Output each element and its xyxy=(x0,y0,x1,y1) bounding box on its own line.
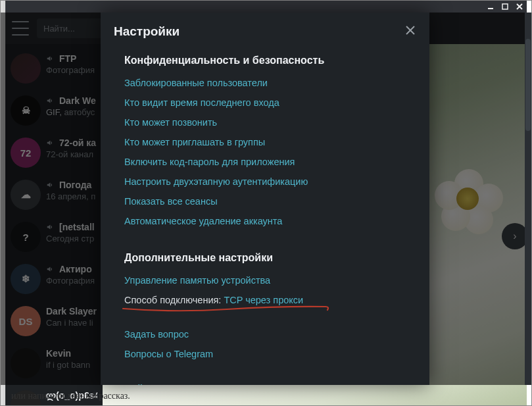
settings-link[interactable]: Кто может позвонить xyxy=(124,113,416,132)
megaphone-icon xyxy=(46,96,55,105)
connection-type-row: Способ подключения: TCP через прокси xyxy=(124,290,416,310)
scroll-down-button[interactable]: › xyxy=(502,223,527,249)
chat-preview: Сегодня стр xyxy=(46,234,97,243)
settings-link[interactable]: Управление памятью устройства xyxy=(124,270,416,290)
chevron-right-icon: › xyxy=(513,230,516,242)
settings-link[interactable]: Задать вопрос xyxy=(124,324,416,344)
chat-name: [netstall xyxy=(46,222,97,232)
megaphone-icon xyxy=(46,138,55,147)
page-footer-text: или написали данный рассказ. xyxy=(11,391,130,401)
settings-link[interactable]: Настроить двухэтапную аутентификацию xyxy=(124,172,416,191)
spacer xyxy=(124,231,416,245)
window-titlebar xyxy=(5,1,527,13)
chat-preview: Фотография xyxy=(46,65,97,75)
settings-link[interactable]: Заблокированные пользователи xyxy=(124,73,416,93)
chat-preview: if i got bann xyxy=(46,360,97,370)
chat-list-item[interactable]: ?[netstallСегодня стр xyxy=(5,216,103,259)
settings-title: Настройки xyxy=(114,24,180,39)
chat-preview: 16 апреля, п xyxy=(46,191,97,201)
chat-list-item[interactable]: 7272-ой ка72-ой канал xyxy=(5,132,103,174)
settings-link[interactable]: Кто видит время последнего входа xyxy=(124,93,416,113)
megaphone-icon xyxy=(46,265,55,274)
chat-preview: 72-ой канал xyxy=(46,149,97,159)
window-close-button[interactable] xyxy=(515,2,524,11)
settings-section-advanced: Дополнительные настройки xyxy=(124,252,416,264)
settings-link[interactable]: Показать все сеансы xyxy=(124,191,416,211)
chat-avatar: DS xyxy=(11,306,41,336)
hamburger-menu-button[interactable] xyxy=(12,21,29,36)
window-maximize-button[interactable] xyxy=(500,2,510,11)
app-frame: Найти... FTPФотография☠Dark WeGIF, автоб… xyxy=(0,0,532,406)
chat-name: Актиро xyxy=(46,264,97,274)
chat-preview: Фотография xyxy=(46,276,97,286)
chat-avatar: ☠ xyxy=(11,95,41,126)
chat-preview: GIF, автобус xyxy=(46,107,97,117)
chat-list-item[interactable]: DSDark SlayerCan i have li xyxy=(5,301,103,343)
chat-avatar: ☁ xyxy=(11,180,41,210)
left-scrollbar[interactable] xyxy=(1,1,5,405)
chat-avatar: 72 xyxy=(11,138,41,168)
chat-list-item[interactable]: FTPФотография xyxy=(5,48,103,90)
chat-list-item[interactable]: ☠Dark WeGIF, автобус xyxy=(5,90,103,132)
settings-scrollbar[interactable] xyxy=(525,13,531,385)
settings-logout-link[interactable]: Выйти xyxy=(124,378,416,385)
chat-name: FTP xyxy=(46,53,97,64)
megaphone-icon xyxy=(46,180,55,190)
megaphone-icon xyxy=(46,54,55,63)
settings-panel: Настройки Конфиденциальность и безопасно… xyxy=(101,13,429,385)
chat-preview: Can i have li xyxy=(46,318,97,328)
settings-link[interactable]: Автоматическое удаление аккаунта xyxy=(124,211,416,231)
chat-name: Dark We xyxy=(46,95,97,106)
chat-name: Погода xyxy=(46,180,97,190)
chat-list-item[interactable]: ☁Погода16 апреля, п xyxy=(5,174,103,216)
settings-link[interactable]: Кто может приглашать в группы xyxy=(124,132,416,152)
connection-label: Способ подключения: xyxy=(124,295,224,305)
chat-name: 72-ой ка xyxy=(46,138,97,148)
chat-list-item[interactable]: ❄АктироФотография xyxy=(5,259,103,301)
chat-name: Kevin xyxy=(46,348,97,359)
chat-avatar: ❄ xyxy=(11,264,41,294)
scrollbar-thumb[interactable] xyxy=(525,39,531,131)
settings-section-privacy: Конфиденциальность и безопасность xyxy=(124,55,416,66)
spacer xyxy=(124,310,416,324)
chat-list-item[interactable]: Kevinif i got bann xyxy=(5,343,103,385)
settings-link[interactable]: Вопросы о Telegram xyxy=(124,344,416,364)
svg-rect-1 xyxy=(502,4,508,9)
spacer xyxy=(124,364,416,378)
chat-sidebar: FTPФотография☠Dark WeGIF, автобус7272-ой… xyxy=(5,44,103,405)
chat-avatar xyxy=(11,53,41,84)
wallpaper-decoration xyxy=(435,169,507,241)
window-minimize-button[interactable] xyxy=(486,2,495,11)
search-placeholder: Найти... xyxy=(43,24,75,34)
connection-value-link[interactable]: TCP через прокси xyxy=(224,295,303,305)
chat-avatar: ? xyxy=(11,222,41,252)
chat-avatar xyxy=(11,348,41,378)
settings-close-button[interactable] xyxy=(404,24,416,39)
settings-link[interactable]: Включить код-пароль для приложения xyxy=(124,152,416,172)
megaphone-icon xyxy=(46,222,55,232)
chat-name: Dark Slayer xyxy=(46,306,97,317)
